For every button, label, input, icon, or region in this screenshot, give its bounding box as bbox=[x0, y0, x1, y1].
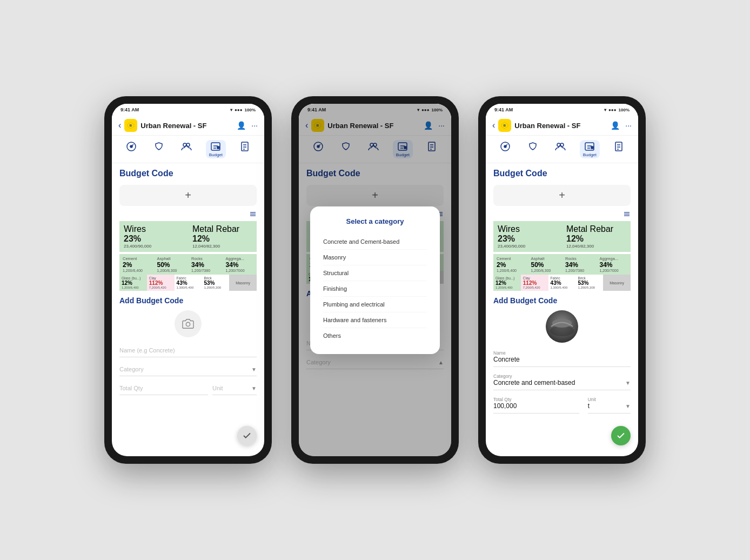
unit-field-3[interactable]: Unit t ▼ bbox=[588, 395, 631, 414]
svg-point-3 bbox=[130, 145, 132, 148]
modal-item-finishing[interactable]: Finishing bbox=[323, 281, 427, 297]
tab-safety-1[interactable] bbox=[150, 140, 168, 158]
svg-text:B: B bbox=[504, 124, 506, 127]
tab-team-3[interactable] bbox=[552, 140, 569, 158]
phone-2: 9:41 AM ▾ ●●● 100% ‹ B Urban Renewal - S… bbox=[291, 96, 459, 464]
rebar-pct-1: 12% bbox=[192, 234, 252, 244]
cell-asphalt-1: Asphalt 50% 1,200/8,300 bbox=[154, 254, 189, 275]
add-user-icon-1[interactable]: 👤 bbox=[237, 121, 246, 130]
total-qty-1[interactable]: Total Qty bbox=[119, 382, 208, 395]
photo-preview-3[interactable] bbox=[546, 310, 578, 343]
budget-cell-wires-1: Wires 23% 23,400/90,000 bbox=[119, 221, 188, 252]
rebar-amt-1: 12,040/82,300 bbox=[192, 244, 252, 249]
svg-point-29 bbox=[504, 145, 506, 148]
tab-budget-1[interactable]: Budget bbox=[206, 140, 226, 158]
budget-title-1: Budget Code bbox=[119, 169, 257, 178]
wires-label-1: Wires bbox=[124, 224, 184, 234]
tab-docs-3[interactable] bbox=[610, 140, 627, 158]
modal-item-concrete[interactable]: Concrete and Cement-based bbox=[323, 234, 427, 250]
nav-actions-3: 👤 ··· bbox=[611, 121, 632, 130]
cell-glass-1: Glass (bu...) 12% 1,200/6,400 bbox=[119, 275, 147, 291]
name-field-filled-3[interactable]: Name Concrete bbox=[493, 348, 631, 367]
modal-item-plumbing[interactable]: Plumbing and electrical bbox=[323, 297, 427, 312]
list-icon-1[interactable] bbox=[249, 210, 257, 218]
photo-upload-1[interactable] bbox=[175, 310, 202, 337]
cell-rocks-1: Rocks 34% 1,200/7380 bbox=[188, 254, 223, 275]
unit-1[interactable]: Unit ▼ bbox=[212, 382, 257, 395]
battery-3: 100% bbox=[619, 108, 630, 112]
status-time-3: 9:41 AM bbox=[494, 107, 513, 112]
cell-aggrega-1: Aggrega... 34% 1,200/7000 bbox=[223, 254, 257, 275]
modal-overlay-2[interactable]: Select a category Concrete and Cement-ba… bbox=[299, 104, 451, 456]
modal-title: Select a category bbox=[323, 217, 427, 225]
category-field-filled-3[interactable]: Category Concrete and cement-based ▼ bbox=[493, 371, 631, 390]
chevron-category-3: ▼ bbox=[625, 380, 631, 386]
rebar-label-1: Metal Rebar bbox=[192, 224, 252, 234]
modal-item-structural[interactable]: Structural bbox=[323, 265, 427, 281]
status-time-1: 9:41 AM bbox=[120, 107, 139, 112]
name-input-1[interactable] bbox=[119, 344, 257, 357]
small-grid-1: Glass (bu...) 12% 1,200/6,400 Clay 112% … bbox=[119, 275, 257, 291]
status-bar-1: 9:41 AM ▾ ●●● 100% bbox=[112, 104, 264, 116]
add-button-1[interactable]: + bbox=[119, 185, 257, 206]
phone-3-screen: 9:41 AM ▾ ●●● 100% ‹ B Urban Renewal - S… bbox=[486, 104, 638, 456]
phone-3: 9:41 AM ▾ ●●● 100% ‹ B Urban Renewal - S… bbox=[478, 96, 646, 464]
category-value-3: Concrete and cement-based bbox=[493, 379, 575, 386]
add-budget-title-1: Add Budget Code bbox=[119, 296, 257, 305]
fab-confirm-3[interactable] bbox=[611, 426, 631, 445]
budget-cell-rebar-1: Metal Rebar 12% 12,040/82,300 bbox=[188, 221, 257, 252]
back-button-1[interactable]: ‹ bbox=[118, 121, 121, 130]
list-icon-row-1 bbox=[112, 209, 264, 219]
battery-1: 100% bbox=[245, 108, 256, 112]
tab-team-1[interactable] bbox=[178, 140, 195, 158]
status-bar-3: 9:41 AM ▾ ●●● 100% bbox=[486, 104, 638, 116]
sub-grid-mid-1: Cement 2% 1,200/6,400 Asphalt 50% 1,200/… bbox=[119, 254, 257, 275]
category-placeholder-1: Category bbox=[119, 366, 144, 372]
svg-rect-33 bbox=[591, 146, 593, 149]
modal-item-hardware[interactable]: Hardware and fasteners bbox=[323, 312, 427, 328]
signal-icon-3: ●●● bbox=[608, 108, 617, 112]
nav-title-3: Urban Renewal - SF bbox=[514, 122, 611, 130]
wifi-icon-1: ▾ bbox=[230, 108, 232, 112]
tab-docs-1[interactable] bbox=[236, 140, 253, 158]
signal-icon-1: ●●● bbox=[235, 108, 243, 112]
concrete-image-icon bbox=[546, 310, 578, 343]
phone-2-screen: 9:41 AM ▾ ●●● 100% ‹ B Urban Renewal - S… bbox=[299, 104, 451, 456]
tab-dashboard-1[interactable] bbox=[123, 140, 140, 158]
more-icon-3[interactable]: ··· bbox=[625, 121, 632, 130]
category-modal: Select a category Concrete and Cement-ba… bbox=[310, 206, 440, 354]
chevron-unit-3: ▼ bbox=[625, 403, 631, 409]
unit-placeholder-1: Unit bbox=[212, 385, 223, 391]
tab-budget-label-3: Budget bbox=[583, 152, 597, 157]
icon-tabs-1: Budget bbox=[112, 136, 264, 163]
phone-1: 9:41 AM ▾ ●●● 100% ‹ B Urban Renewal - S… bbox=[104, 96, 272, 464]
wires-pct-1: 23% bbox=[124, 234, 184, 244]
tab-dashboard-3[interactable] bbox=[497, 140, 514, 158]
wifi-icon-3: ▾ bbox=[604, 108, 606, 112]
tab-safety-3[interactable] bbox=[524, 140, 541, 158]
modal-item-masonry[interactable]: Masonry bbox=[323, 250, 427, 265]
unit-label-3: Unit bbox=[588, 397, 631, 402]
chevron-down-icon-1: ▼ bbox=[251, 366, 257, 372]
check-icon-3 bbox=[616, 431, 626, 441]
plus-icon-1: + bbox=[185, 189, 191, 202]
name-label-3: Name bbox=[493, 350, 631, 356]
budget-grid-top-1: Wires 23% 23,400/90,000 Metal Rebar 12% … bbox=[119, 221, 257, 252]
icon-tabs-3: Budget bbox=[486, 136, 638, 163]
fab-1[interactable] bbox=[237, 426, 257, 445]
add-user-icon-3[interactable]: 👤 bbox=[611, 121, 620, 130]
phone-1-screen: 9:41 AM ▾ ●●● 100% ‹ B Urban Renewal - S… bbox=[112, 104, 264, 456]
back-button-3[interactable]: ‹ bbox=[492, 121, 495, 130]
app-logo-3: B bbox=[498, 119, 511, 132]
cell-brick-1: Brick 53% 1,200/5,300 bbox=[202, 275, 229, 291]
modal-item-others[interactable]: Others bbox=[323, 328, 427, 343]
more-icon-1[interactable]: ··· bbox=[251, 121, 258, 130]
tab-budget-3[interactable]: Budget bbox=[580, 140, 600, 158]
category-select-1[interactable]: Category ▼ bbox=[119, 363, 257, 376]
top-nav-1: ‹ B Urban Renewal - SF 👤 ··· bbox=[112, 116, 264, 136]
qty-field-3[interactable]: Total Qty 100,000 bbox=[493, 395, 579, 414]
svg-point-40 bbox=[552, 319, 572, 328]
app-logo-1: B bbox=[124, 119, 137, 132]
cell-fabric-1: Fabric 43% 1,300/5,400 bbox=[175, 275, 202, 291]
qty-label-3: Total Qty bbox=[493, 397, 579, 402]
